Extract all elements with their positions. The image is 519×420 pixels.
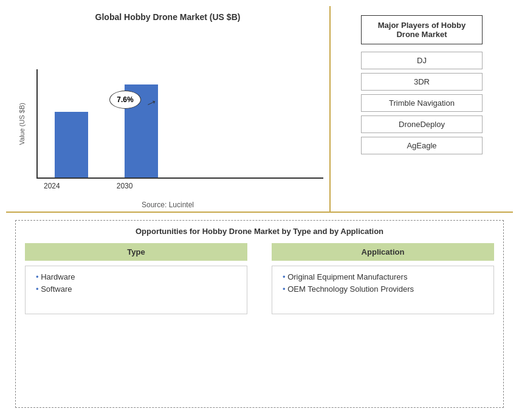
application-header: Application [272,243,494,261]
source-label: Source: Lucintel [142,201,194,209]
bar-label-2030: 2030 [117,182,133,190]
type-item: Software [33,284,239,294]
type-header: Type [25,243,247,261]
player-item: Trimble Navigation [361,94,483,112]
type-column: Type HardwareSoftware [25,243,247,314]
app-item: OEM Technology Solution Providers [280,284,486,294]
player-item: DroneDeploy [361,115,483,133]
chart-section: Global Hobby Drone Market (US $B) Value … [6,6,331,212]
opp-columns: Type HardwareSoftware Application Origin… [25,243,494,314]
players-title: Major Players of Hobby Drone Market [361,15,483,44]
bottom-section: Opportunities for Hobby Drone Market by … [6,213,513,414]
chart-inner: Value (US $B) 7.6% [12,69,323,197]
chart-area: Value (US $B) 7.6% [12,28,323,197]
annotation-value: 7.6% [117,95,133,104]
player-item: AgEagle [361,137,483,154]
type-item: Hardware [33,272,239,281]
type-body: HardwareSoftware [25,266,247,314]
player-item: DJ [361,52,483,69]
main-container: Global Hobby Drone Market (US $B) Value … [0,0,519,420]
opportunities-box: Opportunities for Hobby Drone Market by … [15,220,504,408]
y-axis-label: Value (US $B) [18,103,26,145]
chart-title: Global Hobby Drone Market (US $B) [95,12,241,22]
opp-title: Opportunities for Hobby Drone Market by … [25,227,494,236]
bar-2024-rect [55,112,88,179]
players-section: Major Players of Hobby Drone Market DJ3D… [331,6,513,212]
bar-label-2024: 2024 [44,182,60,190]
bar-2024 [55,112,88,179]
players-list: DJ3DRTrimble NavigationDroneDeployAgEagl… [361,52,483,158]
application-column: Application Original Equipment Manufactu… [272,243,494,314]
player-item: 3DR [361,73,483,91]
app-item: Original Equipment Manufacturers [280,272,486,281]
annotation-bubble: 7.6% [109,91,141,109]
application-body: Original Equipment ManufacturersOEM Tech… [272,266,494,314]
x-axis-labels: 2024 2030 [44,182,323,190]
top-section: Global Hobby Drone Market (US $B) Value … [6,6,513,213]
